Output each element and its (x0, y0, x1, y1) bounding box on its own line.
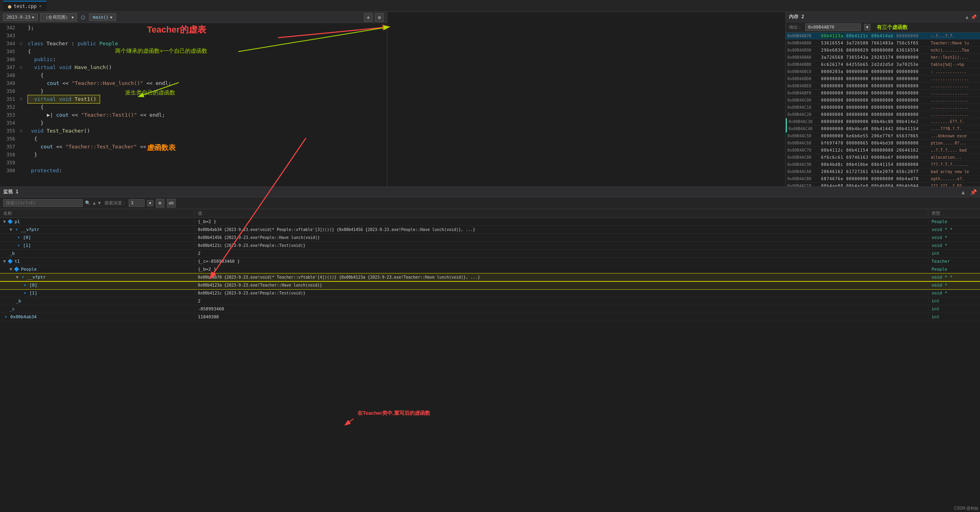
memory-row-16: 0x00B4AC70 00b4112c 00b41154 00000000 20… (786, 147, 980, 154)
code-line-355: 355 ⊟ void Test_Teacher() (0, 127, 387, 135)
code-line-343: 343 (0, 32, 387, 40)
memory-panel: 内存 2 ▲ 📌 地址： ▼ 有三个虚函数 0x00B4AB70 (785, 12, 980, 198)
memory-row-20: 0x00B4ACB0 6874676e 00000000 00000000 00… (786, 175, 980, 183)
tab-filename: test.cpp (14, 4, 37, 9)
code-line-345: 345 { (0, 48, 387, 56)
code-content: 342 }; 343 344 ⊟ class Teacher : public … (0, 23, 387, 198)
code-line-348: 348 { (0, 71, 387, 79)
search-bar: 🔍 ▲ ▼ 搜索深度： ▼ ⊞ ab (0, 197, 980, 209)
memory-row-9: 0x00B4AC00 00000000 00000000 00000000 00… (786, 97, 980, 104)
memory-table: 0x00B4AB70 00b4123a 00b4121c 00b414ab 00… (786, 33, 980, 198)
date-dropdown[interactable]: 2023-9-23 ▼ (3, 13, 38, 21)
memory-row-5: 0x00B4ABC0 0000203a 00000000 00000000 00… (786, 68, 980, 75)
addr-label: 地址： (789, 24, 802, 30)
code-line-359: 359 (0, 159, 387, 167)
watch-rows: ▼ 🔷 p1 {_b=2 } People ▼ 🔹 __vfptr 0x00b4… (0, 218, 980, 512)
addr-dropdown-btn[interactable]: ▼ (864, 24, 870, 31)
memory-row-highlighted: 0x00B4AB70 00b4123a 00b4121c 00b414ab 00… (786, 33, 980, 40)
search-case-btn[interactable]: ab (167, 199, 176, 208)
memory-row-10: 0x00B4AC10 00000000 00000000 00000000 00… (786, 104, 980, 111)
search-depth-dropdown[interactable]: ▼ (147, 200, 153, 206)
watch-panel-header: 监视 1 ▲ 📌 (0, 187, 980, 197)
modified-indicator: ● (8, 3, 11, 10)
memory-row-17: 0x00B4AC80 6f6c6c61 69746163 00006e6f 00… (786, 154, 980, 161)
code-line-346: 346 public: (0, 56, 387, 64)
toolbar-btn-settings[interactable]: ⚙ (375, 13, 384, 22)
search-format-btn[interactable]: ⊞ (156, 199, 164, 208)
memory-panel-header: 内存 2 ▲ 📌 (786, 12, 980, 22)
memory-row-4: 0x00B4ABB0 6c626174 64255b65 2d2d2d5d 3a… (786, 61, 980, 68)
code-line-358: 358 } (0, 151, 387, 159)
memory-row-8: 0x00B4ABF0 00000000 00000000 00000000 00… (786, 90, 980, 97)
code-line-349: 349 cout << "Teacher::Have_lunch()" << e… (0, 79, 387, 87)
watch-row-t1-vfptr-0[interactable]: 🔹 [0] 0x00b4123a {2023-9-23.exe!Teacher:… (0, 281, 980, 289)
search-up-btn[interactable]: ▲ (93, 200, 96, 206)
chevron-down-icon3: ▼ (110, 15, 112, 19)
memory-addr-bar: 地址： ▼ 有三个虚函数 (786, 22, 980, 33)
watch-title: 监视 1 (3, 189, 18, 195)
code-line-354: 354 } (0, 119, 387, 127)
memory-row-11: 0x00B4AC20 00000000 00000000 00000000 00… (786, 111, 980, 118)
watch-row-t1[interactable]: ▼ 🔷 t1 {_c=-858993460 } Teacher (0, 258, 980, 266)
address-input[interactable] (805, 23, 861, 31)
watch-row-p1-b[interactable]: _b 2 int (0, 250, 980, 258)
memory-panel-up-btn[interactable]: ▲ (966, 14, 968, 20)
watch-collapse-btn[interactable]: ▲ (961, 189, 965, 195)
watch-panel-container: 监视 1 ▲ 📌 🔍 ▲ ▼ 搜索深度： ▼ ⊞ ab 名称 (0, 187, 980, 512)
scope-dropdown[interactable]: （全局范围） ▼ (40, 13, 77, 21)
watch-search-input[interactable] (3, 199, 83, 207)
func-indicator: ⬡ (81, 15, 85, 20)
code-line-350: 350 } (0, 87, 387, 95)
memory-row-2: 0x00B4AB90 296e6036 00000029 00000000 63… (786, 47, 980, 54)
toolbar-btn-add[interactable]: + (364, 13, 373, 22)
search-depth-input[interactable] (129, 199, 145, 207)
editor-toolbar: 2023-9-23 ▼ （全局范围） ▼ ⬡ main() ▼ + ⚙ (0, 12, 387, 23)
memory-row-19: 0x00B4ACA0 20646162 61727261 656e2079 65… (786, 168, 980, 175)
memory-row-3: 0x00B4ABA0 3a726568 7365543a 29283174 00… (786, 54, 980, 61)
memory-row-15: 0x00B4AC60 6f697470 00000065 00b4bd30 00… (786, 140, 980, 147)
code-line-344: 344 ⊟ class Teacher : public People (0, 40, 387, 48)
col-val-header: 值 (195, 210, 928, 216)
watch-row-addr[interactable]: 🔹 0x00b4ab34 11840308 int (0, 313, 980, 321)
search-down-btn[interactable]: ▼ (98, 200, 101, 206)
memory-row-7: 0x00B4ABE0 00000000 00000000 00000000 00… (786, 83, 980, 90)
col-type-header: 类型 (928, 210, 980, 216)
code-line-356: 356 { (0, 135, 387, 143)
chevron-down-icon: ▼ (32, 15, 34, 19)
col-name-header: 名称 (0, 210, 195, 216)
watch-row-p1-vfptr[interactable]: ▼ 🔹 __vfptr 0x00b4ab34 {2023-9-23.exe!vo… (0, 226, 980, 234)
watch-pin-btn[interactable]: 📌 (970, 189, 977, 195)
memory-row-12: 0x00B4AC30 00000000 00000000 00b4bc80 00… (786, 118, 980, 125)
chevron-down-icon2: ▼ (72, 15, 73, 19)
memory-panel-title: 内存 2 (789, 13, 963, 20)
annotation-three-vfuncs: 有三个虚函数 (877, 24, 908, 31)
memory-row-6: 0x00B4ABD0 00000000 00000000 00000000 00… (786, 75, 980, 83)
tab-bar: ● test.cpp × (0, 0, 980, 12)
memory-panel-pin-btn[interactable]: 📌 (971, 14, 977, 20)
watch-row-p1-vfptr-0[interactable]: 🔹 [0] 0x00b41456 {2023-9-23.exe!People::… (0, 234, 980, 242)
csdn-label: CSDN @初始 (954, 506, 978, 511)
memory-row-18: 0x00B4AC90 00b4bd8c 00b410be 00b41154 00… (786, 161, 980, 168)
code-editor: 2023-9-23 ▼ （全局范围） ▼ ⬡ main() ▼ + ⚙ (0, 12, 387, 198)
code-line-353: 353 ▶| cout << "Teacher::Test1()" << end… (0, 111, 387, 119)
file-tab[interactable]: ● test.cpp × (3, 1, 46, 11)
watch-row-t1-vfptr-1[interactable]: 🔹 [1] 0x00b4121c {2023-9-23.exe!People::… (0, 289, 980, 297)
memory-row-1: 0x00B4AB80 53616554 3a726508 7661483a 75… (786, 40, 980, 47)
func-dropdown[interactable]: main() ▼ (89, 13, 116, 21)
search-icon: 🔍 (85, 200, 91, 206)
watch-row-t1-b[interactable]: _b 2 int (0, 297, 980, 305)
watch-table-header: 名称 值 类型 (0, 209, 980, 218)
watch-row-p1[interactable]: ▼ 🔷 p1 {_b=2 } People (0, 218, 980, 226)
code-line-352: 352 { (0, 103, 387, 111)
watch-row-t1-people[interactable]: ▼ 🔷 People {_b=2 } People (0, 266, 980, 273)
memory-row-14: 0x00B4AC50 00000000 6e6b6e55 206e776f 65… (786, 133, 980, 140)
code-line-347: 347 ⊟ virtual void Have_lunch() (0, 64, 387, 71)
watch-row-t1-vfptr[interactable]: ▼ 🔹 __vfptr 0x00b4ab70 {2023-9-23.exe!vo… (0, 273, 980, 281)
code-line-342: 342 }; (0, 24, 387, 32)
memory-row-13: 0x00B4AC40 00000000 00b4bcd8 00b41442 00… (786, 125, 980, 133)
watch-row-p1-vfptr-1[interactable]: 🔹 [1] 0x00b4121c {2023-9-23.exe!People::… (0, 242, 980, 250)
code-line-360: 360 protected: (0, 167, 387, 175)
code-line-351: 351 ⊟ virtual void Test1() (0, 95, 387, 103)
close-tab-btn[interactable]: × (39, 4, 42, 9)
watch-row-t1-c[interactable]: _c -858993460 int (0, 305, 980, 313)
